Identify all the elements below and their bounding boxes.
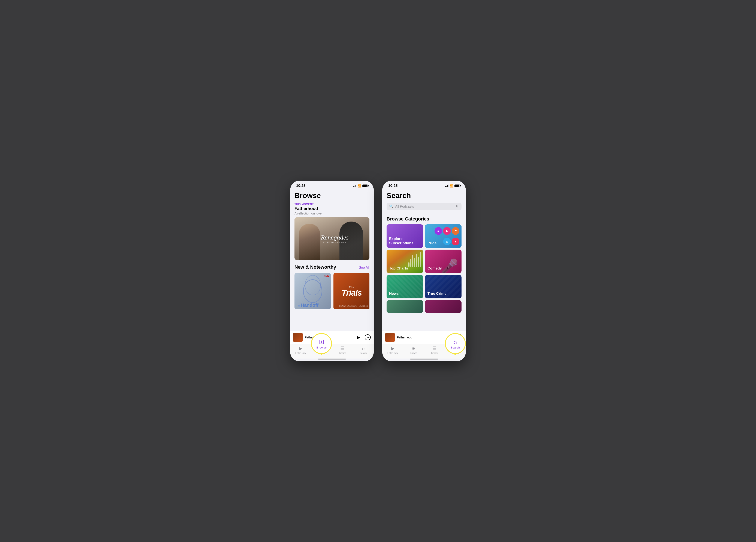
tab-listen-now-right[interactable]: ▶ Listen Now — [382, 346, 403, 354]
browse-circle-icon: ⊞ — [319, 338, 324, 345]
handoff-text: Handoff — [301, 303, 318, 307]
search-label-left: Search — [360, 352, 367, 354]
browse-icon-right: ⊞ — [412, 346, 415, 351]
true-crime-label: True Crime — [427, 291, 447, 296]
home-indicator-left — [318, 358, 346, 360]
search-content: Search 🔍 All Podcasts 🎙 Browse Categorie… — [382, 190, 466, 331]
wifi-icon-right: 📶 — [450, 184, 453, 188]
browse-scroll-area[interactable]: Browse THIS MOMENT Fatherhood A reflecti… — [290, 190, 374, 331]
cnn-badge: CNN — [324, 274, 329, 277]
partial-card-2[interactable] — [425, 300, 462, 313]
comedy-label: Comedy — [427, 266, 442, 271]
tab-library-right[interactable]: ☰ Library — [424, 346, 445, 354]
status-icons-left: 📶 — [353, 184, 368, 188]
browse-page-title: Browse — [294, 191, 369, 200]
signal-icon — [353, 185, 357, 187]
search-scroll-area[interactable]: Search 🔍 All Podcasts 🎙 Browse Categorie… — [382, 190, 466, 331]
tab-search-left[interactable]: ⌕ Search — [353, 346, 374, 354]
now-playing-title-right: Fatherhood — [397, 336, 446, 339]
browse-circle-popup: ⊞ Browse — [312, 334, 331, 353]
featured-title: Fatherhood — [294, 206, 369, 211]
featured-subtitle: A reflection on love. — [294, 212, 369, 215]
home-indicator-right — [410, 358, 438, 360]
tab-browse-left[interactable]: ⊞ Browse ⊞ Browse — [311, 346, 332, 354]
library-label-right: Library — [431, 352, 438, 354]
the-text: The — [296, 304, 300, 307]
listen-now-icon: ▶ — [299, 346, 302, 351]
now-playing-thumb-left — [293, 333, 303, 342]
microphone-icon[interactable]: 🎙 — [456, 205, 459, 209]
tab-bar-left: ▶ Listen Now ⊞ Browse ⊞ Browse ☰ Library… — [290, 344, 374, 358]
featured-label: THIS MOMENT — [294, 203, 369, 206]
now-playing-thumb-right — [385, 333, 395, 342]
listen-now-label-right: Listen Now — [387, 352, 398, 354]
featured-section: THIS MOMENT Fatherhood A reflection on l… — [294, 203, 369, 260]
search-page-title: Search — [387, 191, 462, 200]
see-all-link[interactable]: See All — [359, 266, 369, 270]
library-label-left: Library — [339, 352, 346, 354]
category-true-crime[interactable]: True Crime — [425, 275, 462, 298]
news-label: News — [389, 291, 399, 296]
categories-grid: Explore Subscriptions ≡ ▶ ⚑ ▲ ♥ Pride — [387, 224, 462, 298]
pride-label: Pride — [427, 241, 437, 245]
category-comedy[interactable]: 🎤 Comedy — [425, 250, 462, 273]
podcast-cards-row: CNN The Handoff The Trials FRANK — [294, 273, 369, 309]
signal-icon-right — [445, 185, 449, 187]
browse-label-right: Browse — [410, 352, 417, 354]
now-playing-controls-left: ▶ 30 — [356, 334, 371, 340]
status-bar-left: 10:25 📶 — [290, 181, 374, 190]
search-icon-left: ⌕ — [362, 346, 365, 351]
browse-dot — [321, 353, 322, 355]
now-playing-bar-left[interactable]: Fatherhood ▶ 30 — [290, 331, 374, 344]
tab-browse-right[interactable]: ⊞ Browse — [403, 346, 424, 354]
tab-search-right[interactable]: ⌕ Search ⌕ Search — [445, 346, 466, 354]
play-button-left[interactable]: ▶ — [356, 334, 362, 340]
browse-categories-title: Browse Categories — [387, 216, 462, 222]
browse-phone: 10:25 📶 Browse TH — [290, 181, 374, 361]
skip-button-left[interactable]: 30 — [365, 334, 371, 340]
search-circle-label: Search — [451, 346, 460, 349]
featured-image[interactable]: Renegades BORN IN THE USA — [294, 217, 369, 260]
tab-library-left[interactable]: ☰ Library — [332, 346, 353, 354]
library-icon-left: ☰ — [340, 346, 345, 351]
search-placeholder-text: All Podcasts — [395, 205, 454, 209]
pride-icon-1: ≡ — [435, 227, 442, 235]
browse-content: Browse THIS MOMENT Fatherhood A reflecti… — [290, 190, 374, 331]
podcast-card-handoff[interactable]: CNN The Handoff — [294, 273, 331, 309]
time-left: 10:25 — [296, 184, 305, 188]
listen-now-label: Listen Now — [295, 352, 306, 354]
pride-icon-4: ▲ — [443, 238, 451, 245]
search-circle-popup: ⌕ Search — [446, 334, 465, 353]
battery-icon — [362, 185, 368, 187]
search-phone: 10:25 📶 Search — [382, 181, 466, 361]
browse-circle-label: Browse — [317, 346, 327, 349]
search-magnifier-icon: 🔍 — [389, 205, 393, 209]
subscriptions-label: Explore Subscriptions — [389, 237, 421, 245]
pride-icon-2: ▶ — [443, 227, 451, 235]
partial-card-1[interactable] — [387, 300, 423, 313]
now-playing-info-right: Fatherhood — [397, 336, 446, 339]
pride-icon-5: ♥ — [452, 238, 459, 245]
partial-cards — [387, 300, 462, 313]
category-news[interactable]: News — [387, 275, 423, 298]
trials-text: Trials — [342, 289, 362, 297]
pride-icon-3: ⚑ — [452, 227, 459, 235]
category-subscriptions[interactable]: Explore Subscriptions — [387, 224, 423, 248]
section-title-new: New & Noteworthy — [294, 265, 336, 270]
status-icons-right: 📶 — [445, 184, 460, 188]
podcast-card-trials[interactable]: The Trials FRANK JACKSON / LA Times — [333, 273, 369, 309]
search-input-wrap[interactable]: 🔍 All Podcasts 🎙 — [387, 203, 462, 210]
top-charts-label: Top Charts — [389, 266, 408, 271]
battery-icon-right — [454, 185, 460, 187]
category-top-charts[interactable]: Top Charts — [387, 250, 423, 273]
wifi-icon: 📶 — [358, 184, 361, 188]
tab-bar-right: ▶ Listen Now ⊞ Browse ☰ Library ⌕ Search… — [382, 344, 466, 358]
search-circle-icon: ⌕ — [453, 338, 457, 345]
time-right: 10:25 — [388, 184, 397, 188]
tab-listen-now-left[interactable]: ▶ Listen Now — [290, 346, 311, 354]
category-pride[interactable]: ≡ ▶ ⚑ ▲ ♥ Pride — [425, 224, 462, 248]
library-icon-right: ☰ — [432, 346, 437, 351]
search-dot — [454, 353, 456, 355]
listen-now-icon-right: ▶ — [391, 346, 394, 351]
chart-bars — [408, 252, 421, 267]
